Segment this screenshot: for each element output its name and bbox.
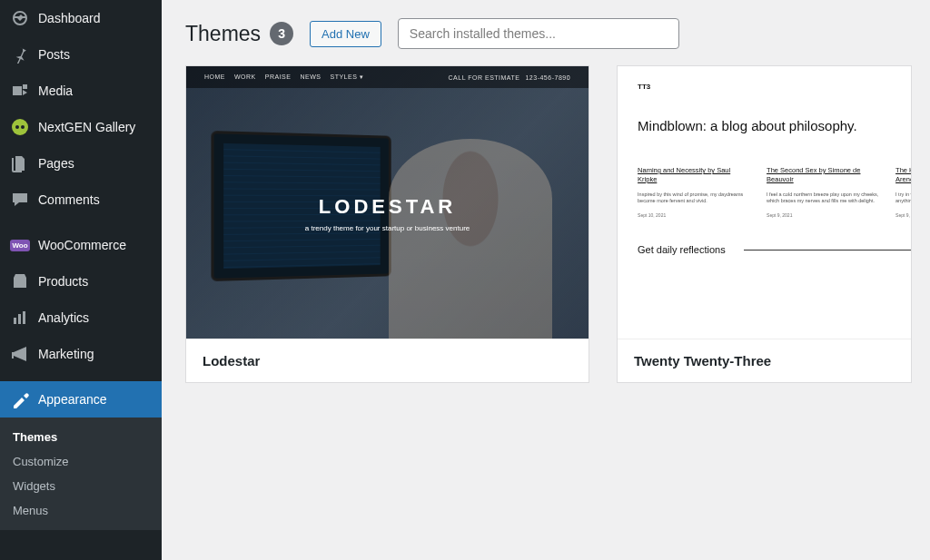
mock-columns: Naming and Necessity by Saul Kripke Insp…	[638, 166, 912, 218]
mock-footer: Get daily reflections	[638, 243, 912, 256]
comments-icon	[11, 191, 29, 209]
mock-hero: Mindblown: a blog about philosophy.	[638, 118, 912, 133]
nav-label: Marketing	[38, 347, 94, 361]
mock-person	[389, 139, 552, 339]
submenu-themes[interactable]: Themes	[0, 425, 162, 449]
svg-point-0	[12, 119, 28, 135]
media-icon	[11, 82, 29, 100]
nav-media[interactable]: Media	[0, 73, 162, 109]
theme-name: Lodestar	[186, 339, 589, 382]
nav-label: WooCommerce	[38, 238, 126, 252]
woo-icon: Woo	[11, 236, 29, 254]
nav-posts[interactable]: Posts	[0, 36, 162, 73]
theme-name: Twenty Twenty-Three	[618, 339, 911, 382]
pin-icon	[11, 45, 29, 64]
svg-rect-4	[14, 318, 16, 324]
nav-label: Dashboard	[38, 11, 101, 25]
theme-card-lodestar[interactable]: HOME WORK PRAISE NEWS STYLES ▾ CALL FOR …	[185, 65, 589, 383]
nextgen-icon	[11, 118, 29, 136]
theme-screenshot: HOME WORK PRAISE NEWS STYLES ▾ CALL FOR …	[186, 66, 589, 339]
page-title: Themes 3	[185, 22, 293, 46]
search-input[interactable]	[398, 18, 679, 49]
nav-analytics[interactable]: Analytics	[0, 300, 162, 336]
theme-screenshot: TT3 About Books All P Mindblown: a blog …	[618, 66, 912, 339]
nav-label: Products	[38, 274, 88, 289]
nav-label: NextGEN Gallery	[38, 120, 135, 134]
pages-icon	[11, 154, 29, 172]
nav-dashboard[interactable]: Dashboard	[0, 0, 162, 36]
mock-nav: HOME WORK PRAISE NEWS STYLES ▾ CALL FOR …	[186, 66, 589, 88]
svg-rect-6	[23, 311, 25, 324]
submenu-menus[interactable]: Menus	[0, 498, 162, 523]
nav-products[interactable]: Products	[0, 263, 162, 300]
appearance-submenu: Themes Customize Widgets Menus	[0, 418, 162, 530]
mock-tagline: a trendy theme for your startup or busin…	[305, 224, 470, 232]
page-header: Themes 3 Add New	[185, 18, 912, 49]
add-new-button[interactable]: Add New	[310, 21, 381, 47]
nav-woocommerce[interactable]: Woo WooCommerce	[0, 227, 162, 263]
nav-pages[interactable]: Pages	[0, 145, 162, 182]
nav-nextgen[interactable]: NextGEN Gallery	[0, 109, 162, 145]
admin-sidebar: Dashboard Posts Media NextGEN Gallery Pa…	[0, 0, 162, 560]
mock-header: TT3 About Books All P	[638, 83, 912, 91]
theme-card-twentytwentythree[interactable]: TT3 About Books All P Mindblown: a blog …	[617, 65, 912, 383]
main-content: Themes 3 Add New HOME WORK PRAISE NEWS S…	[162, 0, 930, 560]
nav-label: Posts	[38, 47, 70, 62]
nav-marketing[interactable]: Marketing	[0, 336, 162, 372]
nav-label: Pages	[38, 156, 74, 171]
nav-comments[interactable]: Comments	[0, 182, 162, 218]
svg-rect-5	[18, 314, 21, 324]
theme-grid: HOME WORK PRAISE NEWS STYLES ▾ CALL FOR …	[185, 65, 912, 383]
appearance-icon	[11, 390, 29, 408]
products-icon	[11, 272, 29, 290]
mock-title: LODESTAR	[319, 195, 456, 219]
nav-label: Appearance	[38, 392, 107, 407]
svg-rect-3	[14, 278, 26, 288]
dashboard-icon	[11, 9, 29, 27]
nav-label: Media	[38, 84, 73, 98]
submenu-customize[interactable]: Customize	[0, 449, 162, 474]
nav-appearance[interactable]: Appearance	[0, 381, 162, 418]
svg-point-1	[15, 125, 19, 129]
nav-label: Comments	[38, 192, 100, 207]
svg-point-2	[21, 125, 25, 129]
submenu-widgets[interactable]: Widgets	[0, 474, 162, 498]
nav-label: Analytics	[38, 310, 89, 325]
analytics-icon	[11, 309, 29, 327]
theme-count-badge: 3	[270, 22, 293, 45]
title-text: Themes	[185, 22, 261, 46]
marketing-icon	[11, 345, 29, 363]
